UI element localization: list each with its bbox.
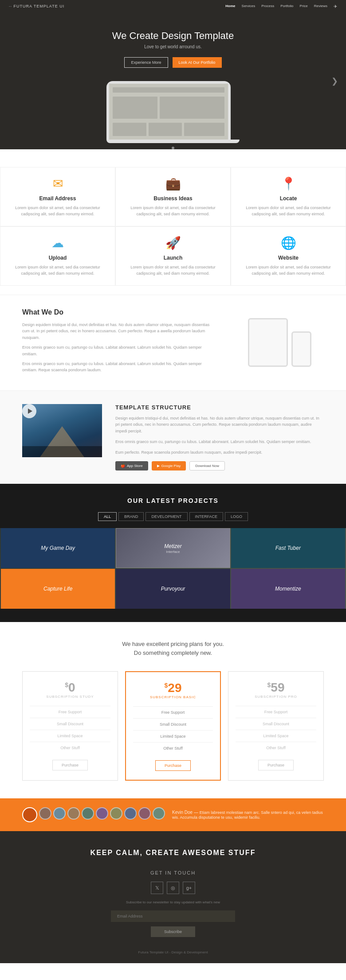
hero-section: We Create Design Template Love to get wo… <box>0 12 346 149</box>
project-momentize[interactable]: Momentize <box>231 569 345 609</box>
footer-section: KEEP CALM, CREATE AWESOME STUFF GET IN T… <box>0 831 346 963</box>
pricing-header: We have excellent pricing plans for you.… <box>22 640 324 658</box>
screen-row-2 <box>113 123 224 136</box>
crowd-silhouette <box>22 446 102 457</box>
testimonial-content: Kevin Doe — Etiam labreest molestiae nam… <box>172 810 324 820</box>
apple-icon: 🍎 <box>121 464 125 468</box>
experience-more-button[interactable]: Experience More <box>124 57 168 68</box>
wwd-content: What We Do Design equidem tristique id d… <box>22 308 217 377</box>
hero-next-arrow[interactable]: ❯ <box>331 76 338 86</box>
ts-paragraph-1: Design equidem tristiqui-d dui, movt def… <box>115 415 324 434</box>
filter-logo[interactable]: LOGO <box>225 512 248 521</box>
price-pro-amount: $59 <box>236 681 316 695</box>
nav-services[interactable]: Services <box>242 4 256 9</box>
nav-links: Home Services Process Portfolio Price Re… <box>225 4 337 9</box>
avatar-4 <box>82 807 94 820</box>
price-pro-f4: Other Stuff <box>236 742 316 754</box>
feature-launch-text: Lorem ipsum dolor sit amet, sed dia cons… <box>129 264 217 276</box>
price-pro-f1: Free Support <box>236 706 316 718</box>
wwd-paragraph-2: Eros omnis graeco sum cu, partungo cu lu… <box>22 344 217 357</box>
tablet-mockup <box>248 318 288 367</box>
filter-development[interactable]: DEVELOPMENT <box>145 512 187 521</box>
ts-title: TEMPLATE STRUCTURE <box>115 404 324 411</box>
project-filter-bar: ALL BRAND DEVELOPMENT INTERFACE LOGO <box>0 512 346 521</box>
testimonial-author: Kevin Doe — Etiam labreest molestiae nam… <box>172 810 324 820</box>
twitter-icon[interactable]: 𝕏 <box>151 882 163 894</box>
footer-copyright: Futura Template UI - Design & Developmen… <box>9 950 337 954</box>
pricing-section: We have excellent pricing plans for you.… <box>0 622 346 799</box>
price-basic-f1: Free Support <box>133 706 213 718</box>
subscribe-button[interactable]: Subscribe <box>151 926 195 937</box>
email-icon: ✉ <box>14 176 102 191</box>
nav-process[interactable]: Process <box>261 4 274 9</box>
project-fasttuber[interactable]: Fast Tuber <box>231 528 345 568</box>
nav-social-icon: ✈ <box>334 4 337 9</box>
hero-indicator-dot <box>172 147 174 149</box>
briefcase-icon: 💼 <box>129 176 217 191</box>
screen-row-1 <box>113 97 224 119</box>
project-metizer[interactable]: Metizer Interface <box>116 528 230 568</box>
instagram-icon[interactable]: ◎ <box>167 882 179 894</box>
avatar-3 <box>67 807 80 820</box>
filter-all[interactable]: ALL <box>98 512 117 521</box>
feature-locate-title: Locate <box>244 195 332 202</box>
nav-price[interactable]: Price <box>300 4 308 9</box>
googleplus-icon[interactable]: g+ <box>183 882 195 894</box>
price-card-study: $0 SUBSCRIPTION STUDY Free Support Small… <box>22 671 118 781</box>
wwd-paragraph-3: Eros omnis graeco sum cu, partungo cu lu… <box>22 361 217 373</box>
newsletter-label: Subscribe to our newsletter to stay upda… <box>9 900 337 904</box>
launch-icon: 🚀 <box>129 236 217 250</box>
project-mygameday-name: My Game Day <box>41 545 75 551</box>
avatar-2 <box>53 807 66 820</box>
feature-email-title: Email Address <box>14 195 102 202</box>
nav-portfolio[interactable]: Portfolio <box>280 4 293 9</box>
project-fasttuber-name: Fast Tuber <box>275 545 301 551</box>
project-mygameday[interactable]: My Game Day <box>1 528 115 568</box>
laptop-mockup <box>9 81 337 149</box>
laptop-screen <box>109 84 228 140</box>
filter-brand[interactable]: BRAND <box>118 512 144 521</box>
purchase-basic-button[interactable]: Purchase <box>155 760 191 771</box>
portfolio-button[interactable]: Look At Our Portfolio <box>173 57 222 68</box>
price-basic-f2: Small Discount <box>133 718 213 730</box>
upload-icon: ☁ <box>14 236 102 250</box>
hero-buttons: Experience More Look At Our Portfolio <box>9 57 337 68</box>
price-basic-f4: Other Stuff <box>133 742 213 754</box>
projects-title: OUR LATEST PROJECTS <box>0 497 346 504</box>
download-button[interactable]: Download Now <box>189 461 225 471</box>
nav-home[interactable]: Home <box>225 4 235 9</box>
pricing-headline-2: Do something completely new. <box>22 649 324 658</box>
wwd-devices <box>235 308 324 377</box>
price-card-pro: $59 SUBSCRIPTION PRO Free Support Small … <box>228 671 324 781</box>
price-pro-label: SUBSCRIPTION PRO <box>236 695 316 699</box>
nav-reviews[interactable]: Reviews <box>314 4 327 9</box>
wwd-title: What We Do <box>22 308 217 316</box>
project-purvoyour[interactable]: Purvoyour <box>116 569 230 609</box>
screen-block-2 <box>160 97 224 119</box>
project-capturelife[interactable]: Capture Life <box>1 569 115 609</box>
wwd-paragraph-1: Design equidem tristique id dui, movt de… <box>22 322 217 341</box>
play-button[interactable] <box>22 404 36 418</box>
price-basic-f3: Limited Space <box>133 730 213 742</box>
feature-launch: 🚀 Launch Lorem ipsum dolor sit amet, sed… <box>115 226 231 286</box>
email-input[interactable] <box>111 910 235 922</box>
pricing-grid: $0 SUBSCRIPTION STUDY Free Support Small… <box>22 671 324 781</box>
features-section: ✉ Email Address Lorem ipsum dolor sit am… <box>0 149 346 295</box>
social-icons-row: 𝕏 ◎ g+ <box>9 882 337 894</box>
feature-locate: 📍 Locate Lorem ipsum dolor sit amet, sed… <box>231 167 346 226</box>
feature-business-text: Lorem ipsum dolor sit amet, sed dia cons… <box>129 205 217 217</box>
screen-block-5 <box>184 123 224 136</box>
projects-bg: My Game Day Metizer Interface Fast Tuber… <box>0 528 346 609</box>
project-capturelife-name: Capture Life <box>43 586 72 592</box>
googleplay-button[interactable]: ▶ Google Play <box>152 461 186 471</box>
laptop-frame <box>106 81 231 140</box>
filter-interface[interactable]: INTERFACE <box>189 512 224 521</box>
purchase-study-button[interactable]: Purchase <box>52 760 88 770</box>
purchase-pro-button[interactable]: Purchase <box>258 760 294 770</box>
appstore-button[interactable]: 🍎 App Store <box>115 461 148 471</box>
testimonials-section: Kevin Doe — Etiam labreest molestiae nam… <box>0 798 346 831</box>
hero-title: We Create Design Template <box>9 30 337 42</box>
screen-block-1 <box>113 97 157 119</box>
screen-block-4 <box>149 123 182 136</box>
avatar-9 <box>153 807 165 820</box>
